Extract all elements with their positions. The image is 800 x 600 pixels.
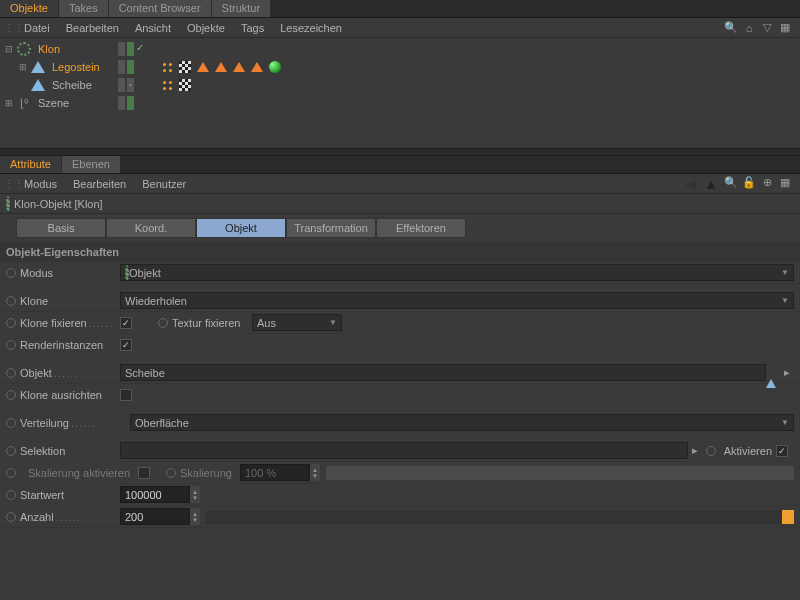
tab-attribute[interactable]: Attribute [0,156,62,173]
selektion-field[interactable] [120,442,688,459]
anzahl-input[interactable]: 200 [120,508,190,525]
home-icon[interactable]: ⌂ [742,21,756,35]
tab-struktur[interactable]: Struktur [212,0,272,17]
funnel-icon[interactable]: ▽ [760,21,774,35]
menu-lesezeichen[interactable]: Lesezeichen [272,22,350,34]
tab-objekte[interactable]: Objekte [0,0,59,17]
tab-ebenen[interactable]: Ebenen [62,156,121,173]
prop-label: Selektion [20,445,120,457]
search-icon[interactable]: 🔍 [724,176,738,190]
menu-modus[interactable]: Modus [16,178,65,190]
triangle-tag-icon[interactable] [196,60,210,74]
keyframe-icon[interactable] [706,446,716,456]
menu-bearbeiten[interactable]: Bearbeiten [65,178,134,190]
triangle-tag-icon[interactable] [214,60,228,74]
keyframe-icon[interactable] [6,512,16,522]
objekt-link-field[interactable]: Scheibe [120,364,766,381]
menu-icon[interactable]: ▦ [778,176,792,190]
nav-up-icon[interactable]: ▲ [704,176,718,192]
keyframe-icon[interactable] [166,468,176,478]
sphere-tag-icon[interactable] [268,60,282,74]
keyframe-icon[interactable] [6,268,16,278]
menu-objekte[interactable]: Objekte [179,22,233,34]
new-icon[interactable]: ⊕ [760,176,774,190]
tab-takes[interactable]: Takes [59,0,109,17]
keyframe-icon[interactable] [6,468,16,478]
skalierung-input[interactable]: 100 % [240,464,310,481]
cone-icon[interactable] [766,367,776,379]
tab-transformation[interactable]: Transformation [286,218,376,238]
prop-modus: Modus Objekt▼ [0,262,800,284]
anzahl-slider[interactable] [206,510,794,524]
modus-dropdown[interactable]: Objekt▼ [120,264,794,281]
cone-icon [30,59,46,75]
search-icon[interactable]: 🔍 [724,21,738,35]
keyframe-icon[interactable] [6,446,16,456]
tab-content-browser[interactable]: Content Browser [109,0,212,17]
chevron-down-icon: ▼ [781,296,789,305]
menu-tags[interactable]: Tags [233,22,272,34]
expand-icon[interactable]: ⊞ [4,98,14,108]
menu-benutzer[interactable]: Benutzer [134,178,194,190]
keyframe-icon[interactable] [6,418,16,428]
keyframe-icon[interactable] [6,368,16,378]
expand-icon[interactable]: ⊟ [4,44,14,54]
tab-basis[interactable]: Basis [16,218,106,238]
keyframe-icon[interactable] [6,390,16,400]
menu-bearbeiten[interactable]: Bearbeiten [58,22,127,34]
tree-item-scheibe[interactable]: Scheibe [0,76,800,94]
grip-icon[interactable]: ⋮⋮ [4,178,16,189]
expand-icon[interactable]: ⊞ [18,62,28,72]
klone-ausrichten-checkbox[interactable] [120,389,132,401]
startwert-input[interactable]: 100000 [120,486,190,503]
tab-effektoren[interactable]: Effektoren [376,218,466,238]
pick-icon[interactable]: ▸ [780,366,794,380]
checker-tag-icon[interactable] [178,60,192,74]
aktivieren-checkbox[interactable] [776,445,788,457]
tree-item-legostein[interactable]: ⊞ Legostein [0,58,800,76]
spinner-icon[interactable] [190,486,200,503]
prop-klone-ausrichten: Klone ausrichten [0,384,800,406]
tree-item-klon[interactable]: ⊟ Klon ✓ [0,40,800,58]
spinner-icon[interactable] [190,508,200,525]
renderinstanzen-checkbox[interactable] [120,339,132,351]
tab-objekt[interactable]: Objekt [196,218,286,238]
keyframe-icon[interactable] [6,318,16,328]
verteilung-dropdown[interactable]: Oberfläche▼ [130,414,794,431]
lock-icon[interactable]: 🔓 [742,176,756,190]
cloner-icon [6,198,10,210]
tree-item-label[interactable]: Szene [34,97,73,109]
triangle-tag-icon[interactable] [232,60,246,74]
nav-back-icon[interactable]: ◀ [685,176,696,192]
checker-tag-icon[interactable] [178,78,192,92]
check-icon[interactable]: ✓ [136,42,144,56]
klone-dropdown[interactable]: Wiederholen▼ [120,292,794,309]
keyframe-icon[interactable] [6,296,16,306]
tree-item-label[interactable]: Klon [34,43,64,55]
keyframe-icon[interactable] [158,318,168,328]
skalierung-slider[interactable] [326,466,794,480]
object-tree[interactable]: ⊟ Klon ✓ ⊞ Legostein Scheibe [0,38,800,148]
pick-icon[interactable]: ▸ [688,444,702,458]
tab-koord[interactable]: Koord. [106,218,196,238]
menu-datei[interactable]: Datei [16,22,58,34]
klone-fixieren-checkbox[interactable] [120,317,132,329]
triangle-tag-icon[interactable] [250,60,264,74]
tree-item-szene[interactable]: ⊞ ⌊⁰ Szene [0,94,800,112]
keyframe-icon[interactable] [6,340,16,350]
keyframe-icon[interactable] [6,490,16,500]
menu-ansicht[interactable]: Ansicht [127,22,179,34]
skalierung-aktivieren-checkbox[interactable] [138,467,150,479]
spinner-icon[interactable] [310,464,320,481]
dots-icon[interactable] [160,78,174,92]
tree-item-label[interactable]: Legostein [48,61,104,73]
menu-icon[interactable]: ▦ [778,21,792,35]
attr-menubar: ⋮⋮ Modus Bearbeiten Benutzer ◀ ▲ 🔍 🔓 ⊕ ▦ [0,174,800,194]
grip-icon[interactable]: ⋮⋮ [4,22,16,33]
panel-divider[interactable] [0,148,800,156]
dots-icon[interactable] [160,60,174,74]
prop-label: Textur fixieren [172,317,252,329]
prop-label: Modus [20,267,120,279]
textur-fixieren-dropdown[interactable]: Aus▼ [252,314,342,331]
tree-item-label[interactable]: Scheibe [48,79,96,91]
